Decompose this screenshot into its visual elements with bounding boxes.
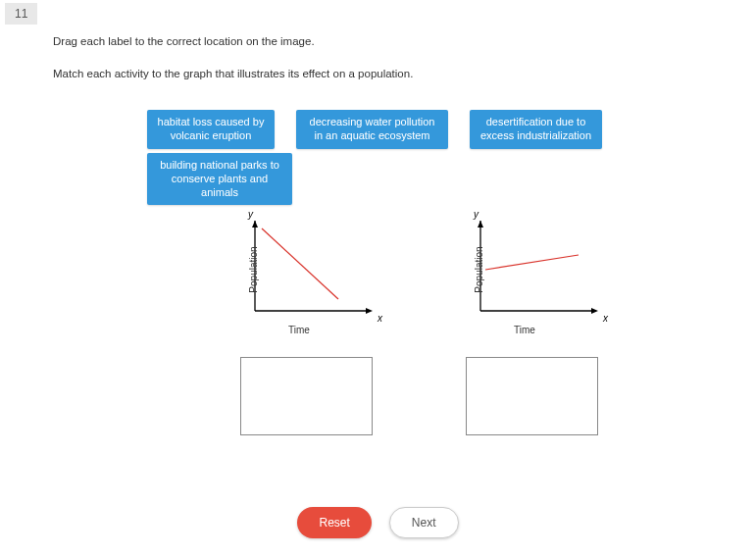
drag-label-habitat-loss[interactable]: habitat loss caused by volcanic eruption bbox=[147, 110, 275, 149]
svg-marker-1 bbox=[252, 221, 258, 227]
drag-label-desertification[interactable]: desertification due to excess industrial… bbox=[470, 110, 602, 149]
graphs-container: Population y x Time Population y x bbox=[230, 221, 598, 435]
graph-2-ylabel: Population bbox=[474, 246, 484, 292]
reset-button[interactable]: Reset bbox=[297, 507, 371, 538]
graph-1-svg bbox=[250, 221, 373, 319]
svg-marker-6 bbox=[478, 221, 483, 227]
graph-1-xvar: x bbox=[378, 313, 382, 324]
graph-2-axes: Population y x bbox=[476, 221, 598, 319]
svg-marker-8 bbox=[591, 308, 598, 314]
graph-2-xvar: x bbox=[603, 313, 608, 324]
graph-1-ylabel: Population bbox=[248, 246, 259, 292]
svg-line-9 bbox=[485, 255, 579, 270]
next-button[interactable]: Next bbox=[389, 507, 459, 538]
graph-2-block: Population y x Time bbox=[456, 221, 598, 435]
drop-zone-2[interactable] bbox=[466, 357, 598, 435]
graph-1-yvar: y bbox=[248, 209, 253, 220]
drop-zone-1[interactable] bbox=[240, 357, 373, 435]
subinstruction-text: Match each activity to the graph that il… bbox=[53, 68, 413, 79]
drag-label-national-parks[interactable]: building national parks to conserve plan… bbox=[147, 153, 292, 205]
instruction-text: Drag each label to the correct location … bbox=[53, 35, 315, 47]
draggable-label-row-2: building national parks to conserve plan… bbox=[147, 153, 292, 205]
draggable-label-row-1: habitat loss caused by volcanic eruption… bbox=[147, 110, 602, 149]
graph-2-yvar: y bbox=[474, 209, 479, 220]
button-bar: Reset Next bbox=[0, 507, 756, 538]
graph-1-block: Population y x Time bbox=[230, 221, 373, 435]
graph-2-xlabel: Time bbox=[476, 325, 574, 335]
graph-2-svg bbox=[476, 221, 598, 319]
svg-line-4 bbox=[262, 228, 338, 299]
svg-marker-3 bbox=[366, 308, 373, 314]
drag-label-water-pollution[interactable]: decreasing water pollution in an aquatic… bbox=[296, 110, 448, 149]
graph-1-xlabel: Time bbox=[250, 325, 348, 335]
graph-1-axes: Population y x bbox=[250, 221, 373, 319]
question-number: 11 bbox=[5, 3, 37, 25]
